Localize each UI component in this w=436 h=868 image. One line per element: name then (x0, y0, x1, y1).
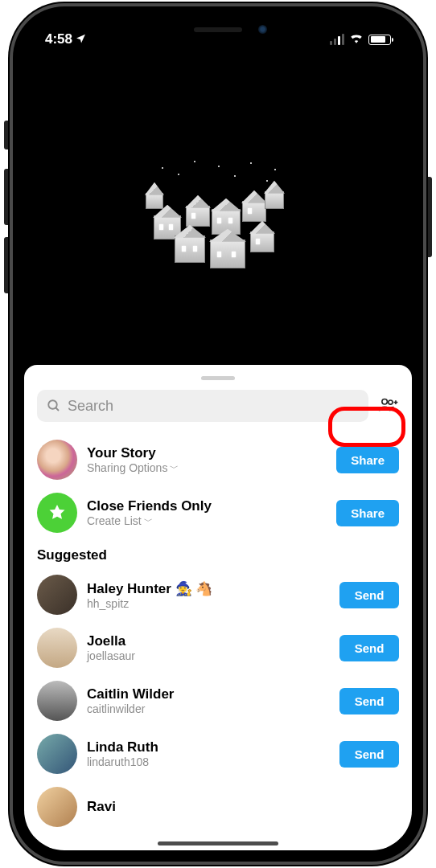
share-sheet: Search Your Story Sharing Options ﹀ Shar… (24, 365, 412, 850)
chevron-down-icon: ﹀ (144, 515, 153, 527)
suggested-header: Suggested (24, 539, 412, 568)
close-friends-title: Close Friends Only (87, 498, 327, 514)
list-item: Haley Hunter 🧙‍♀️ 🐴 hh_spitz Send (24, 568, 412, 621)
send-button[interactable]: Send (339, 635, 399, 661)
list-item: Joella joellasaur Send (24, 621, 412, 674)
list-item: Caitlin Wilder caitlinwilder Send (24, 674, 412, 727)
list-item: Linda Ruth lindaruth108 Send (24, 727, 412, 780)
close-friends-share-button[interactable]: Share (336, 500, 399, 526)
contact-handle: joellasaur (87, 649, 330, 662)
avatar (37, 681, 77, 721)
contact-name: Ravi (87, 799, 399, 815)
location-icon (76, 33, 86, 46)
story-preview-image (24, 56, 412, 370)
your-story-avatar (37, 440, 77, 480)
contact-handle: caitlinwilder (87, 702, 330, 715)
contact-handle: lindaruth108 (87, 755, 330, 768)
contact-name: Caitlin Wilder (87, 686, 330, 702)
annotation-highlight (328, 407, 405, 447)
status-time: 4:58 (45, 31, 72, 47)
sharing-options-link[interactable]: Sharing Options ﹀ (87, 461, 327, 474)
notch (134, 18, 302, 42)
contact-name: Linda Ruth (87, 739, 330, 755)
close-friends-icon (37, 493, 77, 533)
search-icon (47, 399, 61, 413)
svg-point-0 (48, 400, 57, 409)
avatar (37, 628, 77, 668)
home-indicator[interactable] (158, 841, 278, 845)
send-button[interactable]: Send (339, 582, 399, 608)
create-list-link[interactable]: Create List ﹀ (87, 514, 327, 527)
avatar (37, 575, 77, 615)
contact-handle: hh_spitz (87, 597, 330, 610)
sheet-grabber[interactable] (201, 376, 235, 380)
send-button[interactable]: Send (339, 741, 399, 768)
avatar (37, 734, 77, 774)
battery-icon (368, 35, 391, 45)
your-story-share-button[interactable]: Share (336, 447, 399, 473)
close-friends-row: Close Friends Only Create List ﹀ Share (24, 486, 412, 539)
contact-name: Haley Hunter 🧙‍♀️ 🐴 (87, 580, 330, 597)
phone-frame: 4:58 (13, 6, 423, 862)
wifi-icon (349, 31, 364, 47)
svg-point-3 (389, 400, 393, 404)
svg-line-1 (56, 407, 59, 411)
send-button[interactable]: Send (339, 688, 399, 714)
svg-point-2 (382, 399, 388, 405)
screen: 4:58 (24, 18, 412, 850)
cell-signal-icon (330, 34, 344, 45)
avatar (37, 787, 77, 827)
list-item: Ravi (24, 780, 412, 827)
contact-name: Joella (87, 633, 330, 649)
search-input[interactable]: Search (37, 390, 368, 422)
your-story-title: Your Story (87, 445, 327, 461)
search-placeholder: Search (68, 398, 113, 415)
chevron-down-icon: ﹀ (170, 462, 179, 474)
